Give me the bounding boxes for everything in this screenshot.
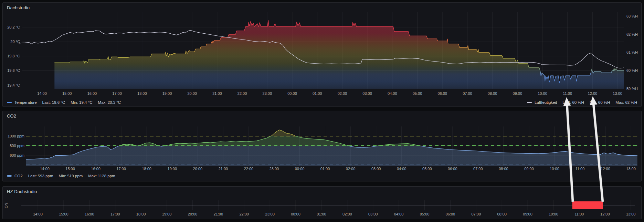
legend-stat: Last: 593 ppm [28,174,53,178]
series-color-marker [7,175,12,177]
panel-co2-title[interactable]: CO2 [7,113,16,119]
legend-stat: Last: 19.6 °C [42,100,65,104]
legend-stat: Min: 60 %H [590,100,610,104]
series-color-marker [7,102,12,103]
panel-dachstudio: Dachstudio TemperatureLast: 19.6 °CMin: … [2,2,642,107]
legend-item-temperature: TemperatureLast: 19.6 °CMin: 19.4 °CMax:… [7,100,121,104]
legend-stat: Last: 60 %H [562,100,584,104]
legend-series-name[interactable]: Temperature [14,100,37,104]
panel-hz-dachstudio: HZ Dachstudio [2,186,642,219]
legend-stat: Min: 519 ppm [59,174,83,178]
panel-co2: CO2 CO2Last: 593 ppmMin: 519 ppmMax: 112… [2,111,642,181]
series-color-marker [527,102,532,103]
panel-dachstudio-title[interactable]: Dachstudio [7,5,30,10]
legend-stat: Max: 20.3 °C [98,100,121,104]
legend-item-co2: CO2Last: 593 ppmMin: 519 ppmMax: 1128 pp… [7,174,115,178]
panel-dachstudio-legend: TemperatureLast: 19.6 °CMin: 19.4 °CMax:… [7,100,637,104]
legend-stat: Min: 19.4 °C [71,100,92,104]
panel-hz-dachstudio-title[interactable]: HZ Dachstudio [7,189,37,194]
legend-stat: Max: 1128 ppm [88,174,115,178]
legend-series-name[interactable]: Luftfeutigkeit [535,100,557,104]
legend-series-name[interactable]: CO2 [14,174,23,178]
legend-item-luftfeutigkeit: LuftfeutigkeitLast: 60 %HMin: 60 %HMax: … [527,100,637,104]
legend-stat: Max: 62 %H [615,100,637,104]
panel-co2-legend: CO2Last: 593 ppmMin: 519 ppmMax: 1128 pp… [7,174,637,178]
